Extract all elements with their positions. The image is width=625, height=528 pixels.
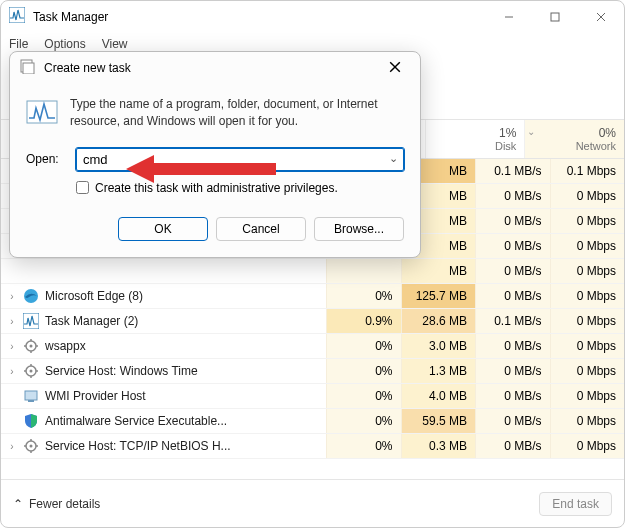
end-task-button[interactable]: End task — [539, 492, 612, 516]
expand-caret-icon[interactable]: › — [7, 316, 17, 327]
cpu-cell: 0% — [326, 434, 401, 458]
svg-rect-20 — [28, 400, 34, 402]
process-icon — [23, 388, 39, 404]
process-icon — [23, 438, 39, 454]
process-name: Service Host: Windows Time — [45, 364, 198, 378]
menu-view[interactable]: View — [102, 37, 128, 51]
table-row[interactable]: MB0 MB/s0 Mbps — [1, 259, 624, 284]
window-titlebar: Task Manager — [1, 1, 624, 33]
expand-caret-icon[interactable]: › — [7, 341, 17, 352]
header-disk[interactable]: 1% Disk — [426, 120, 526, 158]
chevron-up-icon: ⌃ — [13, 497, 23, 511]
svg-rect-2 — [551, 13, 559, 21]
fewer-details-toggle[interactable]: ⌃ Fewer details — [13, 497, 100, 511]
network-cell: 0 Mbps — [550, 409, 625, 433]
process-icon — [23, 363, 39, 379]
disk-cell: 0 MB/s — [475, 284, 550, 308]
memory-cell: MB — [401, 259, 476, 283]
dialog-title: Create new task — [44, 61, 380, 75]
ok-button[interactable]: OK — [118, 217, 208, 241]
network-cell: 0 Mbps — [550, 309, 625, 333]
table-row[interactable]: ›Service Host: Windows Time0%1.3 MB0 MB/… — [1, 359, 624, 384]
disk-cell: 0.1 MB/s — [475, 309, 550, 333]
open-input[interactable] — [76, 148, 404, 171]
process-name: wsappx — [45, 339, 86, 353]
memory-cell: 28.6 MB — [401, 309, 476, 333]
network-cell: 0 Mbps — [550, 209, 625, 233]
window-title: Task Manager — [33, 10, 486, 24]
table-row[interactable]: ›Microsoft Edge (8)0%125.7 MB0 MB/s0 Mbp… — [1, 284, 624, 309]
network-cell: 0 Mbps — [550, 384, 625, 408]
disk-cell: 0 MB/s — [475, 259, 550, 283]
network-cell: 0 Mbps — [550, 334, 625, 358]
menu-file[interactable]: File — [9, 37, 28, 51]
disk-cell: 0 MB/s — [475, 234, 550, 258]
disk-cell: 0.1 MB/s — [475, 159, 550, 183]
cpu-cell: 0.9% — [326, 309, 401, 333]
cpu-cell: 0% — [326, 384, 401, 408]
cpu-cell: 0% — [326, 334, 401, 358]
table-row[interactable]: ›Service Host: TCP/IP NetBIOS H...0%0.3 … — [1, 434, 624, 459]
table-row[interactable]: ›Task Manager (2)0.9%28.6 MB0.1 MB/s0 Mb… — [1, 309, 624, 334]
run-file-icon — [20, 58, 36, 78]
svg-rect-28 — [23, 63, 34, 74]
process-name: Service Host: TCP/IP NetBIOS H... — [45, 439, 231, 453]
cpu-cell: 0% — [326, 284, 401, 308]
close-button[interactable] — [578, 1, 624, 33]
network-cell: 0 Mbps — [550, 284, 625, 308]
process-name: Antimalware Service Executable... — [45, 414, 227, 428]
cancel-button[interactable]: Cancel — [216, 217, 306, 241]
table-row[interactable]: WMI Provider Host0%4.0 MB0 MB/s0 Mbps — [1, 384, 624, 409]
network-cell: 0 Mbps — [550, 359, 625, 383]
svg-point-22 — [30, 445, 33, 448]
memory-cell: 1.3 MB — [401, 359, 476, 383]
disk-cell: 0 MB/s — [475, 409, 550, 433]
memory-cell: 0.3 MB — [401, 434, 476, 458]
header-network[interactable]: ⌄ 0% Network — [525, 120, 624, 158]
open-label: Open: — [26, 152, 66, 166]
table-row[interactable]: ›wsappx0%3.0 MB0 MB/s0 Mbps — [1, 334, 624, 359]
run-chart-icon — [26, 96, 58, 128]
network-cell: 0 Mbps — [550, 184, 625, 208]
chevron-down-icon: ⌄ — [527, 126, 535, 137]
disk-cell: 0 MB/s — [475, 334, 550, 358]
dialog-instruction: Type the name of a program, folder, docu… — [70, 96, 404, 130]
process-name: WMI Provider Host — [45, 389, 146, 403]
minimize-button[interactable] — [486, 1, 532, 33]
network-cell: 0 Mbps — [550, 259, 625, 283]
disk-cell: 0 MB/s — [475, 184, 550, 208]
maximize-button[interactable] — [532, 1, 578, 33]
expand-caret-icon[interactable]: › — [7, 441, 17, 452]
cpu-cell: 0% — [326, 359, 401, 383]
svg-point-8 — [30, 345, 33, 348]
memory-cell: 125.7 MB — [401, 284, 476, 308]
network-cell: 0 Mbps — [550, 234, 625, 258]
table-row[interactable]: Antimalware Service Executable...0%59.5 … — [1, 409, 624, 434]
admin-checkbox[interactable] — [76, 181, 89, 194]
memory-cell: 4.0 MB — [401, 384, 476, 408]
network-cell: 0.1 Mbps — [550, 159, 625, 183]
disk-cell: 0 MB/s — [475, 359, 550, 383]
disk-cell: 0 MB/s — [475, 434, 550, 458]
process-icon — [23, 338, 39, 354]
browse-button[interactable]: Browse... — [314, 217, 404, 241]
footer-bar: ⌃ Fewer details End task — [1, 479, 624, 527]
process-icon — [23, 313, 39, 329]
network-cell: 0 Mbps — [550, 434, 625, 458]
memory-cell: 59.5 MB — [401, 409, 476, 433]
dialog-close-button[interactable] — [380, 60, 410, 76]
process-icon — [23, 413, 39, 429]
expand-caret-icon[interactable]: › — [7, 366, 17, 377]
cpu-cell — [326, 259, 401, 283]
disk-cell: 0 MB/s — [475, 209, 550, 233]
cpu-cell: 0% — [326, 409, 401, 433]
disk-cell: 0 MB/s — [475, 384, 550, 408]
admin-label: Create this task with administrative pri… — [95, 181, 338, 195]
menu-options[interactable]: Options — [44, 37, 85, 51]
svg-rect-19 — [25, 391, 37, 400]
dropdown-chevron-icon[interactable]: ⌄ — [389, 152, 398, 165]
expand-caret-icon[interactable]: › — [7, 291, 17, 302]
process-name: Task Manager (2) — [45, 314, 138, 328]
process-name: Microsoft Edge (8) — [45, 289, 143, 303]
memory-cell: 3.0 MB — [401, 334, 476, 358]
